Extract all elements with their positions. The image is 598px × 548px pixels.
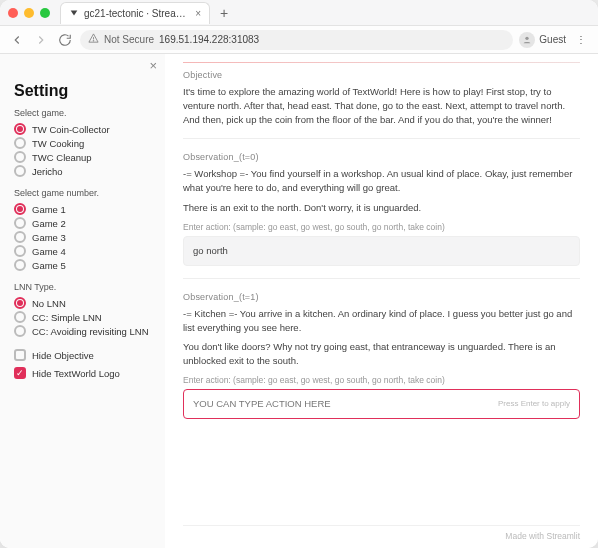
settings-sidebar: × Setting Select game. TW Coin-Collector… [0,54,165,548]
radio-label: Game 2 [32,218,66,229]
minimize-window-button[interactable] [24,8,34,18]
divider [183,138,580,139]
profile-button[interactable]: Guest [519,32,566,48]
radio-label: Game 4 [32,246,66,257]
insecure-label: Not Secure [104,34,154,45]
radio-icon [14,259,26,271]
browser-menu-button[interactable]: ⋮ [572,31,590,49]
reload-icon [58,33,72,47]
radio-icon [14,245,26,257]
checkbox-icon: ✓ [14,367,26,379]
browser-tab[interactable]: gc21-tectonic · Streamlit × [60,2,210,24]
observation-0-heading: Observation_(t=0) [183,151,580,164]
action-input-hint: Press Enter to apply [498,398,570,410]
radio-game-2[interactable]: Game 2 [14,216,153,230]
radio-game-tw-cooking[interactable]: TW Cooking [14,136,153,150]
radio-label: TWC Cleanup [32,152,92,163]
browser-toolbar: Not Secure 169.51.194.228:31083 Guest ⋮ [0,26,598,54]
radio-label: TW Cooking [32,138,84,149]
page: × Setting Select game. TW Coin-Collector… [0,54,598,548]
radio-icon [14,151,26,163]
observation-1-room: -= Kitchen =- You arrive in a kitchen. A… [183,307,580,335]
objective-text: It's time to explore the amazing world o… [183,85,580,126]
radio-game-jericho[interactable]: Jericho [14,164,153,178]
action-input-1[interactable]: YOU CAN TYPE ACTION HERE Press Enter to … [183,389,580,419]
radio-game-1[interactable]: Game 1 [14,202,153,216]
radio-icon [14,311,26,323]
radio-icon [14,217,26,229]
radio-icon [14,165,26,177]
radio-icon [14,203,26,215]
titlebar: gc21-tectonic · Streamlit × + [0,0,598,26]
close-window-button[interactable] [8,8,18,18]
radio-game-twc-cleanup[interactable]: TWC Cleanup [14,150,153,164]
arrow-left-icon [10,33,24,47]
radio-label: Jericho [32,166,63,177]
radio-label: TW Coin-Collector [32,124,110,135]
observation-1-heading: Observation_(t=1) [183,291,580,304]
back-button[interactable] [8,31,26,49]
observation-0-exits: There is an exit to the north. Don't wor… [183,201,580,215]
action-input-0[interactable]: go north [183,236,580,266]
select-game-number-label: Select game number. [14,188,153,198]
radio-label: Game 1 [32,204,66,215]
radio-icon [14,231,26,243]
select-game-label: Select game. [14,108,153,118]
lnn-type-label: LNN Type. [14,282,153,292]
action-input-label-0: Enter action: (sample: go east, go west,… [183,221,580,233]
radio-lnn-simple[interactable]: CC: Simple LNN [14,310,153,324]
checkbox-label: Hide Objective [32,350,94,361]
avatar-icon [519,32,535,48]
url-text: 169.51.194.228:31083 [159,34,505,45]
checkbox-hide-textworld-logo[interactable]: ✓Hide TextWorld Logo [14,366,153,380]
svg-point-2 [93,40,94,41]
maximize-window-button[interactable] [40,8,50,18]
window-controls [8,8,50,18]
radio-lnn-avoid-revisit[interactable]: CC: Avoiding revisiting LNN [14,324,153,338]
radio-label: Game 5 [32,260,66,271]
radio-icon [14,123,26,135]
radio-icon [14,137,26,149]
svg-point-3 [526,36,529,39]
top-divider [183,62,580,63]
arrow-right-icon [34,33,48,47]
streamlit-footer: Made with Streamlit [183,525,580,542]
address-bar[interactable]: Not Secure 169.51.194.228:31083 [80,30,513,50]
tab-title: gc21-tectonic · Streamlit [84,8,190,19]
radio-icon [14,297,26,309]
sidebar-close-icon[interactable]: × [149,58,157,73]
radio-label: CC: Simple LNN [32,312,102,323]
radio-game-4[interactable]: Game 4 [14,244,153,258]
radio-game-5[interactable]: Game 5 [14,258,153,272]
radio-label: Game 3 [32,232,66,243]
action-input-label-1: Enter action: (sample: go east, go west,… [183,374,580,386]
objective-heading: Objective [183,69,580,82]
radio-game-3[interactable]: Game 3 [14,230,153,244]
radio-label: CC: Avoiding revisiting LNN [32,326,149,337]
new-tab-button[interactable]: + [216,4,232,22]
streamlit-favicon-icon [69,8,79,18]
observation-0-room: -= Workshop =- You find yourself in a wo… [183,167,580,195]
radio-label: No LNN [32,298,66,309]
action-input-placeholder: YOU CAN TYPE ACTION HERE [193,397,331,411]
reload-button[interactable] [56,31,74,49]
main-content: Objective It's time to explore the amazi… [165,54,598,548]
checkbox-label: Hide TextWorld Logo [32,368,120,379]
profile-label: Guest [539,34,566,45]
radio-game-tw-coin-collector[interactable]: TW Coin-Collector [14,122,153,136]
sidebar-title: Setting [14,82,153,100]
radio-lnn-none[interactable]: No LNN [14,296,153,310]
observation-1-exits: You don't like doors? Why not try going … [183,340,580,368]
forward-button[interactable] [32,31,50,49]
svg-marker-0 [71,11,78,16]
browser-window: gc21-tectonic · Streamlit × + Not Secure… [0,0,598,548]
tab-close-icon[interactable]: × [195,8,201,19]
checkbox-icon [14,349,26,361]
checkbox-hide-objective[interactable]: Hide Objective [14,348,153,362]
insecure-icon [88,33,99,46]
radio-icon [14,325,26,337]
divider [183,278,580,279]
